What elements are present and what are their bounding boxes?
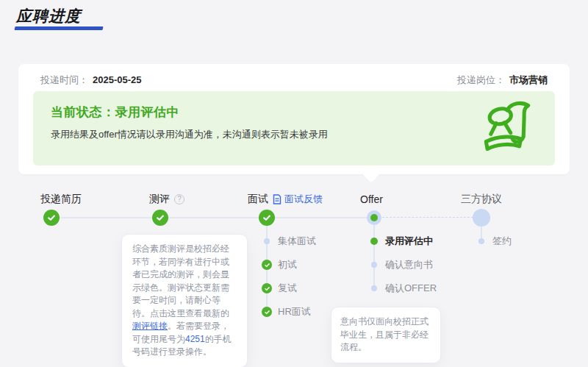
substep-confirm-intent-label: 确认意向书 (385, 258, 433, 271)
current-step-dot (370, 238, 378, 245)
current-status-banner: 当前状态：录用评估中 录用结果及offer情况请以录用沟通为准，未沟通则表示暂未… (33, 91, 555, 165)
substep-second-interview-label: 复试 (278, 282, 297, 295)
check-icon (262, 213, 272, 223)
substep-confirm-offer-label: 确认OFFER (385, 282, 437, 295)
apply-time-value: 2025-05-25 (93, 74, 142, 85)
assessment-tooltip-text-1: 综合素质测评是校招必经环节，若同学有进行中或者已完成的测评，则会显示绿色。测评状… (132, 243, 229, 318)
substep-group-interview: 集体面试 (262, 234, 316, 249)
status-title: 当前状态：录用评估中 (51, 104, 179, 121)
interview-feedback-link[interactable]: 面试反馈 (273, 193, 323, 206)
substep-first-interview: 初试 (262, 257, 297, 272)
stage-label-assessment: 测评 ? (149, 192, 184, 207)
stage-node-resume-done (43, 210, 60, 226)
help-icon[interactable]: ? (174, 194, 184, 204)
timeline-connector-dashed (382, 217, 473, 218)
stage-node-interview-done (259, 210, 275, 226)
check-icon (262, 307, 272, 317)
stage-label-resume-text: 投递简历 (40, 193, 82, 206)
pending-dot (371, 285, 377, 291)
document-icon (273, 194, 282, 204)
check-icon (46, 213, 57, 223)
application-progress-page: 应聘进度 投递时间：2025-05-25 投递岗位：市场营销 当前状态：录用评估… (0, 0, 588, 367)
check-icon (262, 283, 272, 293)
page-title: 应聘进度 (16, 6, 81, 26)
offer-intent-tooltip: 意向书仅面向校招正式毕业生，且属于非必经流程。 (331, 307, 441, 363)
assessment-tooltip: 综合素质测评是校招必经环节，若同学有进行中或者已完成的测评，则会显示绿色。测评状… (121, 234, 248, 367)
substep-hr-interview-label: HR面试 (278, 305, 311, 318)
timeline-connector-solid (60, 217, 367, 218)
pending-dot (478, 238, 484, 244)
substep-offer-evaluation: 录用评估中 (369, 234, 433, 249)
assessment-link[interactable]: 测评链接 (132, 321, 168, 331)
stage-node-assessment-done (152, 210, 168, 226)
phone-tail-number: 4251 (185, 334, 205, 344)
substep-second-interview: 复试 (262, 281, 297, 296)
stage-label-agreement: 三方协议 (461, 192, 502, 207)
card-header: 投递时间：2025-05-25 投递岗位：市场营销 (40, 73, 548, 88)
pending-dot (264, 238, 270, 244)
substep-hr-interview: HR面试 (262, 304, 311, 319)
stage-node-offer-current (367, 210, 381, 225)
substep-first-interview-label: 初试 (278, 258, 297, 271)
check-icon (155, 213, 165, 223)
stage-label-interview: 面试 面试反馈 (248, 192, 323, 207)
apply-position: 投递岗位：市场营销 (457, 74, 548, 87)
pending-dot (371, 262, 377, 268)
substep-sign-agreement-label: 签约 (492, 235, 512, 248)
status-description: 录用结果及offer情况请以录用沟通为准，未沟通则表示暂未被录用 (51, 128, 328, 141)
stage-label-assessment-text: 测评 (149, 193, 170, 206)
apply-position-label: 投递岗位： (457, 74, 505, 85)
progress-card: 投递时间：2025-05-25 投递岗位：市场营销 当前状态：录用评估中 录用结… (18, 64, 570, 174)
stage-label-resume: 投递简历 (40, 192, 82, 207)
substep-confirm-offer: 确认OFFER (369, 281, 437, 296)
title-underline-decoration (14, 26, 103, 30)
stage-label-offer: Offer (360, 192, 383, 207)
apply-time-label: 投递时间： (40, 74, 88, 85)
substep-sign-agreement: 签约 (476, 234, 512, 249)
stage-label-agreement-text: 三方协议 (461, 193, 502, 206)
apply-position-value: 市场营销 (509, 74, 548, 85)
substep-group-interview-label: 集体面试 (278, 235, 316, 248)
interview-feedback-link-text: 面试反馈 (284, 193, 323, 206)
certificate-doodle-icon (480, 99, 534, 157)
stage-node-agreement-pending (473, 209, 490, 227)
offer-intent-tooltip-text: 意向书仅面向校招正式毕业生，且属于非必经流程。 (340, 316, 429, 352)
substep-offer-evaluation-label: 录用评估中 (385, 235, 433, 248)
apply-time: 投递时间：2025-05-25 (40, 74, 142, 87)
stage-label-interview-text: 面试 (248, 193, 268, 206)
check-icon (262, 260, 272, 270)
stage-label-offer-text: Offer (360, 193, 383, 205)
current-stage-dot (370, 214, 378, 221)
substep-confirm-intent: 确认意向书 (369, 257, 433, 272)
